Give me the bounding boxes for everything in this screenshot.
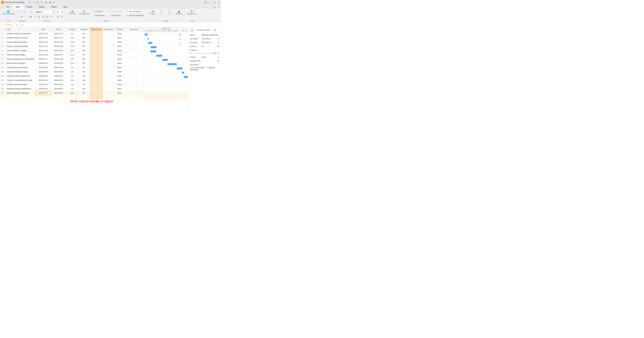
table-row[interactable]: 5Create Design Prototypes2023-12-202024-… — [0, 48, 144, 53]
search-icon[interactable]: 🔍 — [30, 10, 33, 13]
cut-icon[interactable]: ✂ — [18, 10, 22, 13]
cell[interactable] — [125, 53, 144, 57]
gantt-row[interactable] — [144, 75, 188, 79]
font-family-select[interactable]: Segoe UI — [34, 10, 54, 14]
cell[interactable]: 0% — [78, 40, 90, 44]
gantt-row[interactable] — [144, 58, 188, 62]
cell[interactable]: 2.2 w — [66, 44, 78, 48]
cell[interactable]: 2024-05-15 — [51, 91, 66, 95]
table-row[interactable]: 8Build Product Prototype2024-01-302024-0… — [0, 61, 144, 65]
cell[interactable] — [90, 65, 103, 70]
filter-tab-icon[interactable]: ⧉ — [178, 42, 182, 46]
cell[interactable] — [90, 48, 103, 53]
table-row[interactable]: 14Implement Design Refinements2024-04-25… — [0, 87, 144, 91]
table-row[interactable]: 3Conduct Market Research2023-12-142023-1… — [0, 40, 144, 44]
insert-up-button[interactable]: ⤴ Insert Up — [92, 10, 106, 13]
add-tab-button[interactable]: ＋ — [21, 23, 24, 27]
cell[interactable]: 3 — [0, 40, 4, 44]
cell[interactable]: 2024-03-08 — [51, 70, 66, 74]
font-size-select[interactable]: 9 — [55, 10, 63, 14]
cell[interactable] — [125, 78, 144, 82]
table-row[interactable]: 15Obtain Regulatory Approvals2024-05-012… — [0, 91, 144, 95]
italic-icon[interactable]: I — [33, 15, 36, 18]
gantt-bar[interactable] — [184, 76, 188, 78]
cell[interactable]: Create Design Prototypes — [4, 48, 36, 53]
menu-project[interactable]: Project — [23, 5, 36, 9]
account-avatar[interactable] — [204, 1, 207, 4]
cell[interactable] — [103, 40, 114, 44]
gantt-bar[interactable] — [182, 72, 184, 74]
field-priority-value[interactable]: None — [202, 56, 218, 58]
info-tab-icon[interactable]: ▦ — [178, 33, 182, 36]
cell[interactable] — [90, 44, 103, 48]
cell[interactable]: 1.4 w — [66, 40, 78, 44]
cell[interactable]: 2024-01-17 — [51, 53, 66, 57]
cell[interactable]: Design Concept Generation — [4, 44, 36, 48]
gantt-row[interactable] — [144, 62, 188, 66]
cell[interactable]: 1 — [0, 31, 4, 36]
cell[interactable]: 2024-02-20 — [51, 61, 66, 65]
cell[interactable]: 2024-05-01 — [36, 91, 51, 95]
cell[interactable]: 2024-01-17 — [36, 57, 51, 61]
cell[interactable] — [125, 48, 144, 53]
panel-tab[interactable]: Task — [190, 29, 194, 32]
redo-icon[interactable]: ↷ — [33, 1, 35, 4]
cell[interactable]: Conduct Market Research — [4, 40, 36, 44]
copy-icon[interactable]: ⧉ — [20, 15, 24, 18]
gantt-row[interactable] — [144, 45, 188, 49]
cell[interactable] — [103, 95, 114, 99]
new-icon[interactable]: ⊞ — [37, 1, 39, 4]
cell[interactable]: 2024-04-12 — [36, 82, 51, 87]
cell[interactable] — [125, 95, 144, 99]
cell[interactable] — [90, 61, 103, 65]
radio-manual[interactable] — [207, 67, 208, 69]
cell[interactable]: 2024-05-01 — [51, 87, 66, 91]
cell[interactable]: 13 — [0, 82, 4, 87]
table-row[interactable]: 12Conduct Comprehensive Testing2024-03-2… — [0, 78, 144, 82]
table-row[interactable]: 2Finalize Product for Launch2023-12-1320… — [0, 36, 144, 40]
stepper-icon[interactable]: ⇅ — [216, 45, 218, 47]
more-icon[interactable]: ▾ — [54, 1, 54, 4]
cell[interactable] — [103, 78, 114, 82]
cell[interactable] — [125, 36, 144, 40]
column-header[interactable]: Predecessors — [90, 27, 103, 31]
cell[interactable]: 2023-12-14 — [36, 40, 51, 44]
column-header[interactable]: Priority — [114, 27, 125, 31]
cell[interactable]: 2 w — [66, 82, 78, 87]
gridlines-icon[interactable]: ⊞ — [56, 15, 60, 18]
cell[interactable] — [103, 91, 114, 95]
cell[interactable]: None — [114, 44, 125, 48]
cell[interactable]: 2024-03-21 — [51, 74, 66, 78]
cell[interactable]: 2023-12-21 — [36, 44, 51, 48]
gantt-bar[interactable] — [148, 42, 152, 44]
cell[interactable]: None — [114, 70, 125, 74]
cell[interactable] — [125, 70, 144, 74]
cell[interactable]: 11 — [0, 74, 4, 78]
cell[interactable]: None — [114, 61, 125, 65]
add-task-button[interactable]: ⊞Add Task — [68, 10, 76, 15]
dropdown-icon[interactable]: ▾ — [218, 56, 219, 58]
cell[interactable] — [90, 57, 103, 61]
cell[interactable]: 0% — [78, 87, 90, 91]
column-header[interactable]: Duration — [66, 27, 78, 31]
underline-icon[interactable]: U — [38, 15, 41, 18]
cell[interactable] — [114, 95, 125, 99]
cell[interactable]: 2024-03-08 — [36, 74, 51, 78]
cell[interactable]: 3.4 w — [66, 78, 78, 82]
milestone-button[interactable]: ◆Milestone — [174, 10, 183, 15]
cell[interactable] — [103, 61, 114, 65]
cell[interactable] — [90, 87, 103, 91]
gantt-row[interactable] — [144, 79, 188, 83]
cell[interactable]: 2024-04-25 — [51, 82, 66, 87]
cell[interactable]: 0% — [78, 70, 90, 74]
menu-help[interactable]: Help — [60, 5, 70, 9]
cell[interactable]: 2023-12-13 — [51, 31, 66, 36]
gantt-bar[interactable] — [145, 33, 148, 35]
link-button[interactable]: ⧉Link — [159, 10, 164, 15]
cell[interactable]: 0% — [78, 65, 90, 70]
cell[interactable] — [125, 82, 144, 87]
cell[interactable]: 2024-01-30 — [51, 57, 66, 61]
cell[interactable]: None — [114, 57, 125, 61]
cell[interactable]: Develop Product Specifications — [4, 31, 36, 36]
column-header[interactable]: Start — [36, 27, 51, 31]
